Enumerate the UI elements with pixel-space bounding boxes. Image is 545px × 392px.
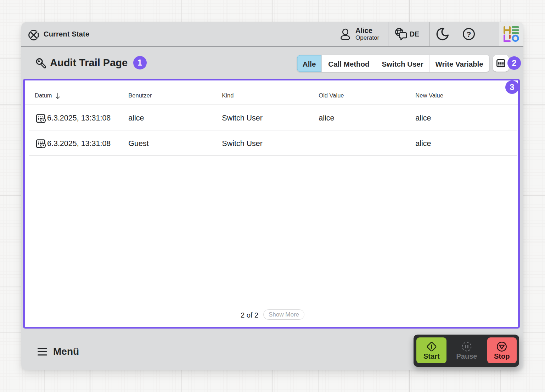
svg-text:?: ? — [467, 30, 471, 38]
